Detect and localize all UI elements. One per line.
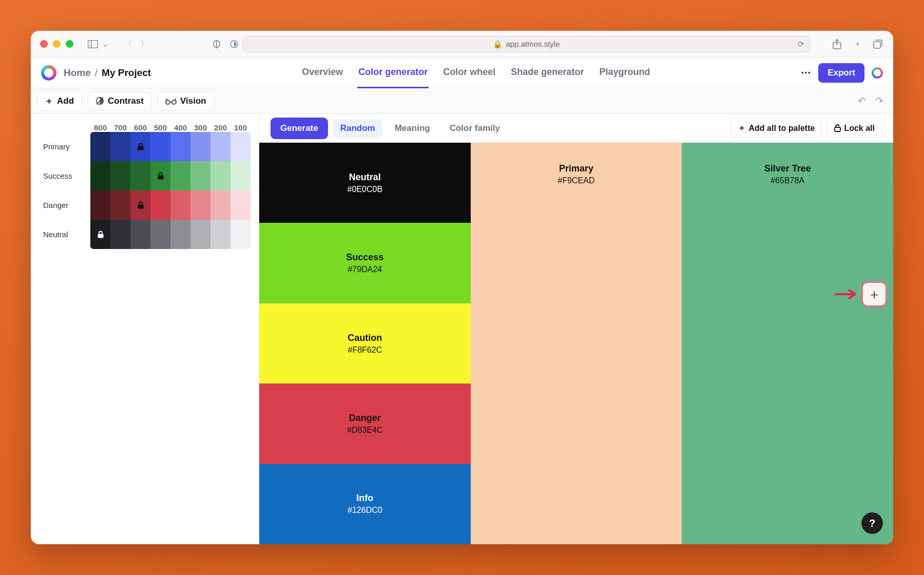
swatch[interactable] [150, 132, 170, 161]
app-header: Home / My Project OverviewColor generato… [31, 57, 893, 88]
swatch[interactable] [90, 190, 110, 220]
new-tab-button[interactable]: ＋ [851, 38, 863, 50]
swatch[interactable] [110, 161, 130, 190]
forward-button[interactable]: 〉 [138, 38, 150, 50]
close-window-button[interactable] [40, 40, 48, 48]
breadcrumb-project[interactable]: My Project [102, 67, 151, 79]
color-segment-caution[interactable]: Caution#F8F62C [259, 303, 471, 384]
swatch[interactable] [110, 220, 130, 249]
swatch[interactable] [230, 132, 251, 161]
breadcrumb-home[interactable]: Home [64, 67, 91, 79]
svg-rect-9 [138, 146, 143, 150]
swatch[interactable] [230, 190, 251, 220]
swatch[interactable] [90, 132, 110, 161]
swatch[interactable] [90, 220, 110, 249]
tab-playground[interactable]: Playground [598, 57, 651, 88]
extension-icon[interactable] [228, 38, 240, 50]
back-button[interactable]: 〈 [122, 38, 134, 50]
tab-bar: OverviewColor generatorColor wheelShade … [151, 57, 801, 88]
column-semantic[interactable]: Neutral#0E0C0BSuccess#79DA24Caution#F8F6… [259, 143, 471, 544]
swatch[interactable] [210, 190, 230, 220]
column-hex: #F9CEAD [557, 176, 594, 185]
tab-shade-generator[interactable]: Shade generator [510, 57, 585, 88]
shield-icon[interactable] [210, 38, 223, 50]
swatch[interactable] [110, 132, 130, 161]
swatch[interactable] [230, 161, 251, 190]
swatch[interactable] [130, 190, 150, 220]
url-bar[interactable]: 🔒 app.atmos.style ⟳ [243, 36, 810, 52]
mode-meaning-button[interactable]: Meaning [388, 119, 437, 138]
swatch[interactable] [230, 220, 251, 249]
swatch[interactable] [150, 161, 170, 190]
swatch[interactable] [150, 190, 170, 220]
swatch[interactable] [90, 161, 110, 190]
unlock-icon [834, 124, 841, 132]
swatch[interactable] [190, 132, 210, 161]
reload-button[interactable]: ⟳ [798, 40, 804, 49]
help-button[interactable]: ? [861, 512, 883, 534]
account-avatar[interactable] [872, 67, 883, 79]
contrast-button[interactable]: Contrast [88, 92, 151, 110]
tabs-overview-button[interactable] [872, 38, 884, 50]
app-window: ⌄ 〈 〉 🔒 app.atmos.style ⟳ ＋ [31, 31, 893, 544]
swatch[interactable] [130, 132, 150, 161]
swatch[interactable] [130, 161, 150, 190]
swatch[interactable] [190, 190, 210, 220]
swatch[interactable] [150, 220, 170, 249]
swatch[interactable] [130, 220, 150, 249]
swatch[interactable] [110, 190, 130, 220]
tab-color-wheel[interactable]: Color wheel [442, 57, 496, 88]
column-silver-tree[interactable]: Silver Tree #65B78A [682, 143, 893, 544]
shade-level-label: 600 [130, 123, 150, 132]
swatch[interactable] [190, 220, 210, 249]
export-button[interactable]: Export [818, 63, 864, 83]
segment-name: Neutral [349, 172, 381, 183]
swatch[interactable] [170, 132, 190, 161]
shade-level-label: 700 [110, 123, 130, 132]
browser-chrome: ⌄ 〈 〉 🔒 app.atmos.style ⟳ ＋ [31, 31, 893, 57]
swatch[interactable] [190, 161, 210, 190]
lock-icon [97, 231, 104, 238]
generate-button[interactable]: Generate [271, 118, 328, 139]
toolbar: ＋ Add Contrast Vision ↶ ↷ [31, 88, 893, 114]
redo-button[interactable]: ↷ [872, 93, 887, 109]
color-segment-neutral[interactable]: Neutral#0E0C0B [259, 143, 471, 223]
swatch[interactable] [170, 220, 190, 249]
plus-icon: ＋ [868, 285, 881, 303]
fullscreen-window-button[interactable] [66, 40, 73, 48]
more-menu-button[interactable]: ··· [801, 67, 811, 79]
swatch[interactable] [210, 220, 230, 249]
swatch[interactable] [210, 161, 230, 190]
palette-row-label: Success [36, 171, 90, 180]
mode-color-family-button[interactable]: Color family [442, 119, 507, 138]
swatch[interactable] [170, 190, 190, 220]
add-all-to-palette-button[interactable]: ＋ Add all to palette [730, 118, 822, 138]
swatch[interactable] [210, 132, 230, 161]
undo-button[interactable]: ↶ [854, 93, 870, 109]
mode-random-button[interactable]: Random [333, 119, 382, 138]
app-logo[interactable] [41, 65, 56, 81]
tab-overview[interactable]: Overview [301, 57, 344, 88]
segment-name: Caution [348, 333, 382, 343]
share-button[interactable] [831, 38, 843, 50]
sidebar-toggle-button[interactable]: ⌄ [88, 38, 111, 50]
color-segment-success[interactable]: Success#79DA24 [259, 223, 471, 303]
column-primary[interactable]: Primary #F9CEAD [471, 143, 682, 544]
color-segment-danger[interactable]: Danger#D83E4C [259, 384, 471, 464]
palette-row-label: Neutral [36, 230, 90, 239]
shade-level-label: 100 [230, 123, 251, 132]
color-segment-info[interactable]: Info#126DC0 [259, 464, 471, 544]
column-name: Primary [559, 163, 593, 174]
segment-name: Danger [349, 413, 381, 424]
help-icon: ? [869, 518, 875, 529]
swatch[interactable] [170, 161, 190, 190]
tab-color-generator[interactable]: Color generator [357, 57, 429, 88]
palette-panel: 800700600500400300200100 PrimarySuccessD… [31, 114, 259, 544]
vision-button[interactable]: Vision [158, 92, 214, 110]
add-column-button[interactable]: ＋ [861, 281, 887, 307]
lock-all-button[interactable]: Lock all [827, 118, 882, 138]
column-name: Silver Tree [764, 163, 811, 174]
add-button[interactable]: ＋ Add [37, 91, 82, 111]
minimize-window-button[interactable] [53, 40, 61, 48]
breadcrumb: Home / My Project [64, 67, 151, 79]
